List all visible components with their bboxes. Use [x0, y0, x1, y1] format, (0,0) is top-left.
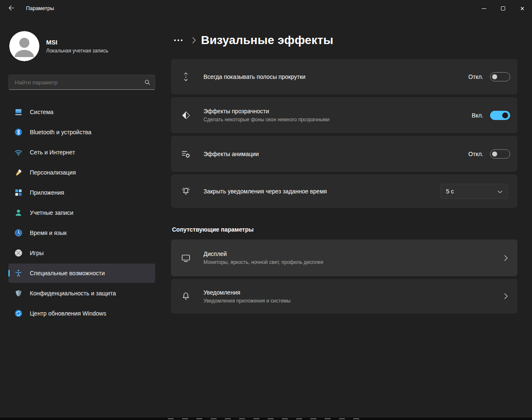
main-content: Визуальные эффекты Всегда показывать пол…: [164, 17, 532, 420]
related-description: Мониторы, яркость, ночной свет, профиль …: [203, 259, 323, 265]
maximize-button[interactable]: [493, 0, 513, 17]
setting-description: Сделать некоторые фоны окон немного проз…: [203, 117, 329, 123]
network-icon: [14, 148, 23, 157]
display-icon: [181, 253, 191, 263]
close-button[interactable]: ✕: [513, 0, 532, 17]
notification-timer-icon: [181, 186, 191, 196]
personalization-icon: [14, 168, 23, 177]
toggle-state-label: Откл.: [468, 73, 483, 80]
setting-row-transparency: Эффекты прозрачности Сделать некоторые ф…: [171, 97, 517, 133]
related-description: Уведомления приложения и системы: [203, 298, 290, 304]
titlebar: Параметры ✕: [0, 0, 532, 17]
windows-update-icon: [14, 309, 23, 318]
chevron-right-icon: [504, 255, 510, 261]
chevron-down-icon: [498, 188, 502, 195]
scrollbars-toggle[interactable]: [490, 72, 510, 81]
setting-row-scrollbars: Всегда показывать полосы прокрутки Откл.: [171, 59, 517, 94]
sidebar-item-accessibility[interactable]: Специальные возможности: [8, 263, 155, 283]
ellipsis-icon: [174, 39, 183, 42]
sidebar-item-accounts[interactable]: Учетные записи: [8, 203, 155, 222]
sidebar-item-label: Учетные записи: [30, 209, 73, 216]
privacy-icon: [14, 289, 23, 297]
accounts-icon: [14, 209, 23, 217]
sidebar-item-label: Конфиденциальность и защита: [30, 290, 116, 297]
app-title: Параметры: [26, 5, 54, 11]
apps-icon: [14, 188, 23, 197]
sidebar-item-label: Система: [30, 109, 53, 115]
related-row-notifications[interactable]: Уведомления Уведомления приложения и сис…: [171, 279, 517, 313]
accessibility-icon: [14, 269, 23, 277]
minimize-button[interactable]: [474, 0, 493, 17]
transparency-icon: [181, 110, 191, 120]
setting-label: Закрыть уведомления через заданное время: [203, 188, 327, 195]
search-icon: [144, 79, 151, 86]
search-box[interactable]: [8, 75, 155, 90]
animation-icon: [181, 149, 191, 159]
back-button[interactable]: [3, 1, 20, 16]
animation-toggle[interactable]: [490, 149, 510, 159]
toggle-state-label: Вкл.: [472, 112, 483, 119]
related-settings-header: Сопутствующие параметры: [172, 226, 517, 233]
artifact-dashes: [168, 418, 365, 419]
transparency-toggle[interactable]: [490, 111, 510, 120]
sidebar-item-system[interactable]: Система: [8, 102, 155, 122]
related-row-display[interactable]: Дисплей Мониторы, яркость, ночной свет, …: [171, 240, 517, 276]
time-language-icon: [14, 229, 23, 237]
related-label: Дисплей: [203, 250, 323, 257]
sidebar-item-windows-update[interactable]: Центр обновления Windows: [8, 304, 155, 323]
page-title: Визуальные эффекты: [201, 34, 334, 47]
setting-row-animation: Эффекты анимации Откл.: [171, 136, 517, 172]
toggle-state-label: Откл.: [468, 151, 483, 157]
setting-label: Эффекты прозрачности: [203, 108, 329, 115]
toggle-knob: [502, 112, 508, 118]
back-arrow-icon: [8, 4, 15, 13]
bluetooth-icon: [14, 128, 23, 136]
maximize-icon: [501, 6, 505, 10]
chevron-right-icon: [504, 293, 510, 299]
close-icon: ✕: [520, 6, 525, 11]
breadcrumb-chevron-icon: [192, 37, 196, 44]
window-controls: ✕: [474, 0, 532, 17]
gaming-icon: [14, 249, 23, 257]
user-subtitle: Локальная учетная запись: [46, 48, 108, 54]
setting-label: Всегда показывать полосы прокрутки: [203, 73, 305, 80]
minimize-icon: [482, 8, 486, 9]
dismiss-time-dropdown[interactable]: 5 с: [441, 184, 508, 199]
toggle-knob: [492, 74, 497, 79]
sidebar-item-label: Bluetooth и устройства: [30, 129, 91, 136]
sidebar-item-label: Центр обновления Windows: [30, 310, 106, 317]
system-icon: [14, 108, 23, 116]
sidebar-item-bluetooth[interactable]: Bluetooth и устройства: [8, 123, 155, 142]
toggle-knob: [492, 151, 497, 157]
sidebar-item-label: Специальные возможности: [30, 270, 105, 277]
sidebar-item-privacy[interactable]: Конфиденциальность и защита: [8, 284, 155, 303]
user-account[interactable]: MSI Локальная учетная запись: [9, 31, 155, 61]
sidebar-item-label: Игры: [30, 250, 44, 256]
sidebar-item-personalization[interactable]: Персонализация: [8, 163, 155, 182]
breadcrumb-ellipsis-button[interactable]: [171, 34, 185, 47]
sidebar-item-label: Время и язык: [30, 230, 67, 236]
avatar: [9, 31, 39, 61]
sidebar-item-label: Приложения: [30, 189, 64, 196]
sidebar-nav: Система Bluetooth и устройства Сеть и Ин…: [8, 102, 155, 323]
sidebar-item-label: Персонализация: [30, 169, 76, 176]
scrollbar-icon: [181, 72, 191, 82]
breadcrumb: Визуальные эффекты: [171, 32, 517, 49]
sidebar-item-apps[interactable]: Приложения: [8, 183, 155, 202]
sidebar-item-label: Сеть и Интернет: [30, 149, 75, 156]
sidebar-item-gaming[interactable]: Игры: [8, 243, 155, 263]
sidebar: MSI Локальная учетная запись Система: [0, 17, 164, 420]
sidebar-item-network[interactable]: Сеть и Интернет: [8, 143, 155, 162]
search-input[interactable]: [14, 79, 144, 86]
setting-label: Эффекты анимации: [203, 151, 259, 157]
setting-row-dismiss-notifications: Закрыть уведомления через заданное время…: [171, 175, 517, 208]
dropdown-value: 5 с: [446, 188, 498, 195]
notifications-icon: [181, 291, 191, 301]
settings-window: Параметры ✕ MSI Локальная учетная запись: [0, 0, 532, 420]
user-name: MSI: [46, 39, 108, 46]
sidebar-item-time-language[interactable]: Время и язык: [8, 223, 155, 243]
screen-bottom-artifact: [0, 417, 532, 420]
related-label: Уведомления: [203, 289, 290, 296]
